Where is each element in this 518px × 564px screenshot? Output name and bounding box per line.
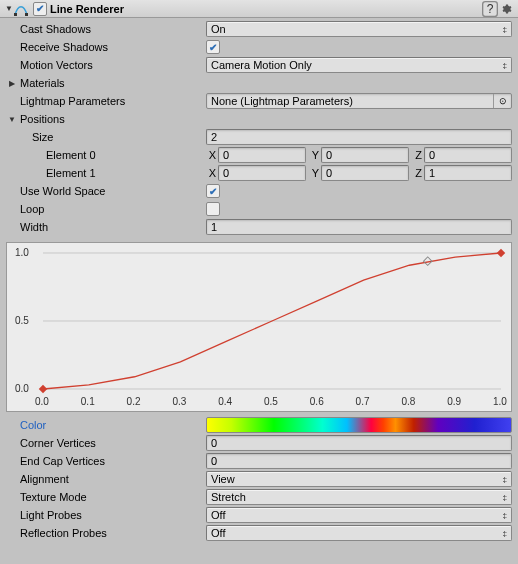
- lightmap-label: Lightmap Parameters: [6, 95, 206, 107]
- svg-rect-1: [25, 13, 28, 16]
- chevron-down-icon: ‡: [503, 511, 507, 520]
- texture-mode-label: Texture Mode: [6, 491, 206, 503]
- receive-shadows-label: Receive Shadows: [6, 41, 206, 53]
- curve-plot[interactable]: [43, 253, 501, 389]
- size-field[interactable]: 2: [206, 129, 512, 145]
- y-label: Y: [309, 149, 321, 161]
- x-tick: 0.4: [218, 396, 232, 407]
- x-tick: 0.6: [310, 396, 324, 407]
- positions-label: Positions: [18, 113, 218, 125]
- y-tick: 1.0: [15, 247, 29, 258]
- chevron-down-icon: ‡: [503, 475, 507, 484]
- component-header[interactable]: ▼ ✔ Line Renderer ?: [0, 0, 518, 18]
- help-icon[interactable]: ?: [482, 2, 498, 16]
- loop-checkbox[interactable]: [206, 202, 220, 216]
- corner-vertices-field[interactable]: 0: [206, 435, 512, 451]
- lightmap-field[interactable]: None (Lightmap Parameters) ⊙: [206, 93, 512, 109]
- motion-vectors-dropdown[interactable]: Camera Motion Only ‡: [206, 57, 512, 73]
- chevron-down-icon: ‡: [503, 493, 507, 502]
- reflection-probes-dropdown[interactable]: Off‡: [206, 525, 512, 541]
- motion-vectors-label: Motion Vectors: [6, 59, 206, 71]
- light-probes-dropdown[interactable]: Off‡: [206, 507, 512, 523]
- element1-label: Element 1: [6, 167, 206, 179]
- component-enable-checkbox[interactable]: ✔: [33, 2, 47, 16]
- line-renderer-icon: [14, 2, 28, 16]
- x-tick: 0.8: [401, 396, 415, 407]
- lightmap-value: None (Lightmap Parameters): [207, 95, 493, 107]
- gear-icon[interactable]: [498, 2, 514, 16]
- end-cap-vertices-label: End Cap Vertices: [6, 455, 206, 467]
- inspector-body: Cast Shadows On ‡ Receive Shadows ✔ Moti…: [0, 18, 518, 548]
- x-tick: 0.9: [447, 396, 461, 407]
- corner-vertices-label: Corner Vertices: [6, 437, 206, 449]
- motion-vectors-value: Camera Motion Only: [211, 59, 312, 71]
- curve-key[interactable]: [39, 385, 47, 393]
- z-label: Z: [412, 149, 424, 161]
- svg-text:?: ?: [487, 2, 494, 16]
- materials-label: Materials: [18, 77, 218, 89]
- component-title: Line Renderer: [50, 3, 482, 15]
- alignment-dropdown[interactable]: View‡: [206, 471, 512, 487]
- materials-foldout[interactable]: ▶: [6, 79, 18, 88]
- chevron-down-icon: ‡: [503, 529, 507, 538]
- x-tick: 0.1: [81, 396, 95, 407]
- x-label: X: [206, 149, 218, 161]
- cast-shadows-label: Cast Shadows: [6, 23, 206, 35]
- width-field[interactable]: 1: [206, 219, 512, 235]
- chevron-down-icon: ‡: [503, 25, 507, 34]
- element0-z[interactable]: 0: [424, 147, 512, 163]
- element1-x[interactable]: 0: [218, 165, 306, 181]
- width-label: Width: [6, 221, 206, 233]
- reflection-probes-label: Reflection Probes: [6, 527, 206, 539]
- size-label: Size: [6, 131, 206, 143]
- use-world-space-label: Use World Space: [6, 185, 206, 197]
- x-tick: 0.2: [127, 396, 141, 407]
- y-tick: 0.0: [15, 383, 29, 394]
- color-label: Color: [6, 419, 206, 431]
- cast-shadows-dropdown[interactable]: On ‡: [206, 21, 512, 37]
- x-tick: 0.3: [172, 396, 186, 407]
- texture-mode-dropdown[interactable]: Stretch‡: [206, 489, 512, 505]
- alignment-label: Alignment: [6, 473, 206, 485]
- y-tick: 0.5: [15, 315, 29, 326]
- light-probes-label: Light Probes: [6, 509, 206, 521]
- foldout-icon[interactable]: ▼: [4, 4, 14, 13]
- positions-foldout[interactable]: ▼: [6, 115, 18, 124]
- x-tick: 0.5: [264, 396, 278, 407]
- element0-y[interactable]: 0: [321, 147, 409, 163]
- color-gradient-field[interactable]: [206, 417, 512, 433]
- loop-label: Loop: [6, 203, 206, 215]
- width-curve-editor[interactable]: 0.00.51.00.00.10.20.30.40.50.60.70.80.91…: [6, 242, 512, 412]
- x-tick: 1.0: [493, 396, 507, 407]
- element0-x[interactable]: 0: [218, 147, 306, 163]
- element1-y[interactable]: 0: [321, 165, 409, 181]
- end-cap-vertices-field[interactable]: 0: [206, 453, 512, 469]
- cast-shadows-value: On: [211, 23, 226, 35]
- x-tick: 0.7: [356, 396, 370, 407]
- element1-z[interactable]: 1: [424, 165, 512, 181]
- x-tick: 0.0: [35, 396, 49, 407]
- receive-shadows-checkbox[interactable]: ✔: [206, 40, 220, 54]
- chevron-down-icon: ‡: [503, 61, 507, 70]
- curve-key[interactable]: [497, 249, 505, 257]
- svg-rect-0: [14, 13, 17, 16]
- object-picker-icon[interactable]: ⊙: [493, 94, 511, 108]
- use-world-space-checkbox[interactable]: ✔: [206, 184, 220, 198]
- element0-label: Element 0: [6, 149, 206, 161]
